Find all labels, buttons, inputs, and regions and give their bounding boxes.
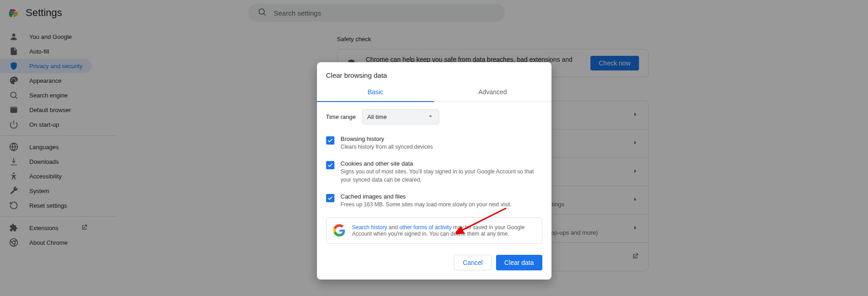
tab-basic[interactable]: Basic — [317, 83, 434, 102]
check-row-1: Cookies and other site data Signs you ou… — [326, 156, 542, 188]
time-range-select[interactable]: All time — [362, 109, 439, 124]
checkbox[interactable] — [326, 194, 334, 202]
check-row-0: Browsing history Clears history from all… — [326, 131, 542, 156]
account-info-text: Search history and other forms of activi… — [352, 224, 535, 237]
check-title: Cookies and other site data — [341, 160, 542, 167]
chevron-down-icon — [427, 113, 434, 121]
tab-advanced[interactable]: Advanced — [434, 83, 551, 102]
modal-scrim[interactable]: Clear browsing data Basic Advanced Time … — [0, 0, 868, 296]
dialog-title: Clear browsing data — [317, 62, 551, 83]
clear-data-button[interactable]: Clear data — [496, 255, 542, 270]
other-activity-link[interactable]: other forms of activity — [399, 224, 452, 231]
clear-data-dialog: Clear browsing data Basic Advanced Time … — [317, 62, 551, 280]
check-desc: Clears history from all synced devices — [341, 143, 433, 151]
cancel-button[interactable]: Cancel — [454, 255, 491, 270]
google-icon — [333, 224, 346, 237]
check-desc: Signs you out of most sites. You'll stay… — [341, 168, 542, 184]
checkbox[interactable] — [326, 161, 334, 169]
check-title: Cached images and files — [341, 193, 512, 200]
check-desc: Frees up 163 MB. Some sites may load mor… — [341, 201, 512, 209]
time-range-label: Time range — [326, 113, 356, 120]
check-row-2: Cached images and files Frees up 163 MB.… — [326, 188, 542, 213]
check-title: Browsing history — [341, 135, 433, 142]
dialog-tabs: Basic Advanced — [317, 83, 551, 102]
time-range-value: All time — [367, 113, 387, 120]
checkbox[interactable] — [326, 136, 334, 145]
account-info-box: Search history and other forms of activi… — [326, 217, 542, 244]
search-history-link[interactable]: Search history — [352, 224, 388, 231]
